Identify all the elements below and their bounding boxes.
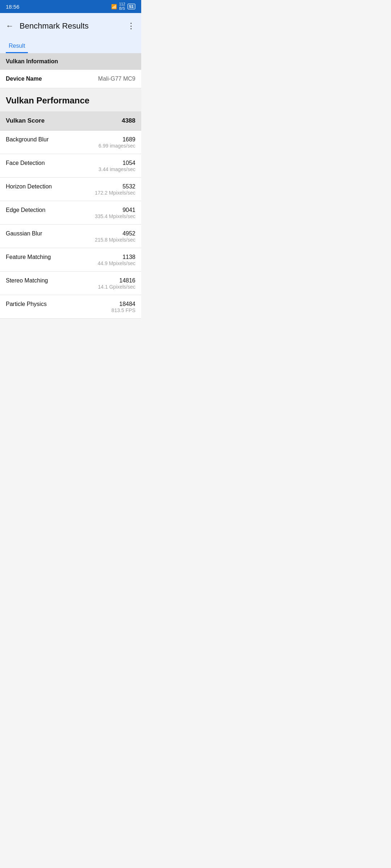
metric-rate: 6.99 images/sec <box>98 143 135 149</box>
metric-rate: 44.9 Mpixels/sec <box>98 260 135 266</box>
vulkan-info-header: Vulkan Information <box>0 53 141 70</box>
metric-label: Horizon Detection <box>6 183 52 190</box>
tabs-bar: Result <box>0 39 141 53</box>
toolbar: ← Benchmark Results ⋮ <box>0 13 141 39</box>
metric-label: Stereo Matching <box>6 277 48 284</box>
metric-row: Particle Physics18484813.5 FPS <box>0 295 141 319</box>
metric-score: 1689 <box>98 136 135 143</box>
metric-score: 5532 <box>95 183 135 190</box>
metric-score: 1054 <box>98 160 135 166</box>
metric-rate: 215.8 Mpixels/sec <box>95 237 135 243</box>
vulkan-info-title: Vulkan Information <box>6 58 58 64</box>
metric-values: 9041335.4 Mpixels/sec <box>95 207 135 219</box>
metric-score: 9041 <box>95 207 135 213</box>
metric-row: Horizon Detection5532172.2 Mpixels/sec <box>0 178 141 201</box>
vulkan-score-label: Vulkan Score <box>6 117 45 124</box>
vulkan-score-value: 4388 <box>122 117 135 124</box>
metric-values: 16896.99 images/sec <box>98 136 135 149</box>
device-name-value: Mali-G77 MC9 <box>98 76 135 82</box>
wifi-icon: 📶 <box>111 4 117 9</box>
metric-rate: 172.2 Mpixels/sec <box>95 190 135 196</box>
metric-label: Edge Detection <box>6 207 45 213</box>
metric-values: 5532172.2 Mpixels/sec <box>95 183 135 196</box>
metric-row: Gaussian Blur4952215.8 Mpixels/sec <box>0 225 141 248</box>
metric-values: 4952215.8 Mpixels/sec <box>95 230 135 243</box>
tab-result[interactable]: Result <box>6 39 28 53</box>
metric-values: 113844.9 Mpixels/sec <box>98 254 135 266</box>
metric-row: Feature Matching113844.9 Mpixels/sec <box>0 248 141 272</box>
more-options-button[interactable]: ⋮ <box>127 21 135 31</box>
device-name-label: Device Name <box>6 76 42 82</box>
status-time: 18:56 <box>6 4 20 10</box>
metric-score: 4952 <box>95 230 135 237</box>
metric-label: Background Blur <box>6 136 49 143</box>
metric-row: Background Blur16896.99 images/sec <box>0 131 141 154</box>
status-icons: 📶 112B/S 51 <box>111 2 135 11</box>
metric-row: Face Detection10543.44 images/sec <box>0 154 141 178</box>
network-speed: 112B/S <box>119 2 125 11</box>
metric-rate: 3.44 images/sec <box>98 166 135 172</box>
status-bar: 18:56 📶 112B/S 51 <box>0 0 141 13</box>
metric-values: 1481614.1 Gpixels/sec <box>98 277 136 290</box>
metric-label: Particle Physics <box>6 301 47 307</box>
page-title: Benchmark Results <box>20 21 127 31</box>
vulkan-performance-section: Vulkan Performance <box>0 88 141 111</box>
device-name-row: Device Name Mali-G77 MC9 <box>0 70 141 88</box>
metric-score: 18484 <box>112 301 135 307</box>
metrics-container: Background Blur16896.99 images/secFace D… <box>0 131 141 319</box>
metric-score: 14816 <box>98 277 136 284</box>
metric-label: Gaussian Blur <box>6 230 42 237</box>
metric-row: Stereo Matching1481614.1 Gpixels/sec <box>0 272 141 295</box>
battery-indicator: 51 <box>127 4 135 9</box>
metric-label: Face Detection <box>6 160 45 166</box>
vulkan-score-row: Vulkan Score 4388 <box>0 111 141 131</box>
back-button[interactable]: ← <box>6 21 14 31</box>
metric-rate: 14.1 Gpixels/sec <box>98 284 136 290</box>
metric-rate: 813.5 FPS <box>112 307 135 313</box>
metric-values: 10543.44 images/sec <box>98 160 135 172</box>
metric-label: Feature Matching <box>6 254 51 260</box>
metric-values: 18484813.5 FPS <box>112 301 135 313</box>
metric-rate: 335.4 Mpixels/sec <box>95 213 135 219</box>
metric-score: 1138 <box>98 254 135 260</box>
metric-row: Edge Detection9041335.4 Mpixels/sec <box>0 201 141 225</box>
vulkan-performance-title: Vulkan Performance <box>6 95 89 105</box>
